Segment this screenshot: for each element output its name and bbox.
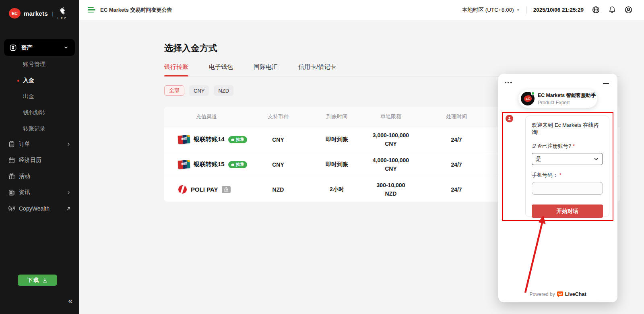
tab-international-wire[interactable]: 国际电汇 <box>254 63 278 76</box>
currency-cell: CNY <box>249 136 308 143</box>
assets-dollar-icon <box>9 44 17 52</box>
currency-cell: NZD <box>249 186 308 193</box>
lfc-caption: L.F.C. <box>58 17 68 20</box>
assets-submenu: 账号管理 入金 出金 钱包划转 转账记录 <box>0 56 79 137</box>
required-asterisk: * <box>559 172 561 178</box>
registered-select[interactable]: 是 <box>532 153 603 165</box>
badge-label: 推荐 <box>236 137 244 143</box>
processing-cell: 24/7 <box>415 186 497 193</box>
registered-question-label: 是否已注册账号?* <box>532 143 603 150</box>
recommended-badge: 推荐 <box>228 136 247 143</box>
sidebar-item-label: 入金 <box>23 77 34 84</box>
sidebar-item-label: 转账记录 <box>23 125 45 132</box>
page-title: 选择入金方式 <box>164 42 644 54</box>
recommended-badge: 推荐 <box>228 161 247 168</box>
channel-name: POLI PAY <box>191 186 218 193</box>
tab-ewallet[interactable]: 电子钱包 <box>209 63 233 76</box>
online-status-dot <box>531 91 535 95</box>
sidebar-item-news[interactable]: 资讯 <box>0 184 79 200</box>
poli-pay-icon <box>178 185 187 194</box>
broadcast-icon <box>8 205 15 212</box>
sidebar-item-account-management[interactable]: 账号管理 <box>0 56 79 72</box>
sidebar-item-transfer-records[interactable]: 转账记录 <box>0 121 79 137</box>
limit-cell: 300-10,000 NZD <box>366 181 415 198</box>
thumb-up-icon <box>231 163 235 166</box>
sidebar-item-orders[interactable]: 订单 <box>0 136 79 152</box>
tab-credit-debit-card[interactable]: 信用卡/借记卡 <box>298 63 336 76</box>
chat-user-avatar-icon <box>506 115 513 122</box>
timezone-caret-icon: ▼ <box>516 8 520 12</box>
annotation-highlight-box: 欢迎来到 Ec Markets 在线咨询! 是否已注册账号?* 是 手机号码：*… <box>502 112 613 221</box>
bank-icon <box>224 187 229 192</box>
timezone-selector[interactable]: 本地时区 (UTC+8:00) <box>462 6 514 14</box>
sidebar-item-withdraw[interactable]: 出金 <box>0 89 79 105</box>
calendar-icon <box>8 157 15 164</box>
sidebar-item-label: 资产 <box>21 44 63 52</box>
prechat-form: 欢迎来到 Ec Markets 在线咨询! 是否已注册账号?* 是 手机号码：*… <box>525 116 609 217</box>
bank-badge <box>222 186 231 193</box>
processing-cell: 24/7 <box>415 136 497 143</box>
sidebar-item-deposit[interactable]: 入金 <box>0 72 79 89</box>
filter-cny[interactable]: CNY <box>189 85 209 96</box>
news-icon <box>8 189 15 196</box>
filter-all[interactable]: 全部 <box>164 85 184 96</box>
ec-logo-mark: EC <box>8 8 21 19</box>
phone-label: 手机号码：* <box>532 171 603 179</box>
arrival-cell: 即时到账 <box>308 161 366 168</box>
thumb-up-icon <box>231 138 235 141</box>
channel-name: 银联转账15 <box>194 161 225 168</box>
brand-logo[interactable]: EC markets | L.F.C. <box>0 0 79 27</box>
sidebar-item-assets[interactable]: 资产 <box>4 39 75 56</box>
unionpay-icon: 银联 <box>178 135 190 144</box>
user-account-icon[interactable] <box>624 6 633 14</box>
active-dot <box>17 80 19 82</box>
sidebar-item-activities[interactable]: 活动 <box>0 168 79 184</box>
sidebar-item-label: 经济日历 <box>19 157 72 164</box>
chevron-right-icon <box>66 141 72 147</box>
chat-footer: Powered by LiveChat <box>498 291 617 297</box>
sidebar-item-wallet-transfer[interactable]: 钱包划转 <box>0 105 79 121</box>
sidebar-item-label: CopyWealth <box>19 205 66 212</box>
download-icon <box>42 277 48 283</box>
phone-input[interactable] <box>532 182 603 195</box>
external-link-icon <box>66 206 72 212</box>
sidebar-item-label: 订单 <box>19 140 66 148</box>
column-header: 支持币种 <box>249 113 308 120</box>
lfc-logo: L.F.C. <box>58 7 68 20</box>
download-button[interactable]: 下载 <box>18 275 57 286</box>
announcement-link[interactable]: EC Markets 交易时间变更公告 <box>100 6 172 14</box>
required-asterisk: * <box>573 143 575 149</box>
tab-bank-transfer[interactable]: 银行转账 <box>164 63 188 76</box>
livechat-logo-icon <box>557 291 563 297</box>
datetime-display: 2025/10/06 21:25:29 <box>533 7 584 13</box>
column-header: 充值渠道 <box>164 113 249 120</box>
app-root: EC markets | L.F.C. 资产 账号管理 入金 出金 钱包划转 转… <box>0 0 644 314</box>
livechat-brand-label[interactable]: LiveChat <box>565 291 586 297</box>
sidebar-menu: 订单 经济日历 活动 资讯 CopyWealth <box>0 136 79 217</box>
filter-nzd[interactable]: NZD <box>214 85 233 96</box>
chat-minimize-button[interactable] <box>603 83 609 84</box>
agent-avatar: EC <box>521 92 535 105</box>
sidebar-collapse-button[interactable]: « <box>68 297 72 304</box>
chat-menu-button[interactable] <box>505 82 512 83</box>
sidebar-item-economic-calendar[interactable]: 经济日历 <box>0 152 79 168</box>
notifications-bell-icon[interactable] <box>608 6 616 14</box>
column-header: 处理时间 <box>415 113 497 120</box>
sidebar: EC markets | L.F.C. 资产 账号管理 入金 出金 钱包划转 转… <box>0 0 79 314</box>
agent-name: EC Markets 智能客服助手 <box>538 92 596 99</box>
download-label: 下载 <box>27 277 40 284</box>
limit-cell: 3,000-100,000 CNY <box>366 131 415 148</box>
limit-cell: 4,000-100,000 CNY <box>366 156 415 173</box>
sidebar-item-copywealth[interactable]: CopyWealth <box>0 200 79 217</box>
start-chat-button[interactable]: 开始对话 <box>532 205 603 218</box>
logo-divider: | <box>52 10 53 17</box>
liver-bird-icon <box>58 7 67 17</box>
chevron-down-icon <box>593 156 599 162</box>
announcement-menu-icon[interactable] <box>88 7 95 12</box>
channel-name: 银联转账14 <box>194 136 225 143</box>
language-globe-icon[interactable] <box>592 6 600 14</box>
arrival-cell: 2小时 <box>308 186 366 193</box>
powered-by-label: Powered by <box>529 291 555 297</box>
chevron-right-icon <box>66 190 72 196</box>
selected-option: 是 <box>536 155 541 163</box>
